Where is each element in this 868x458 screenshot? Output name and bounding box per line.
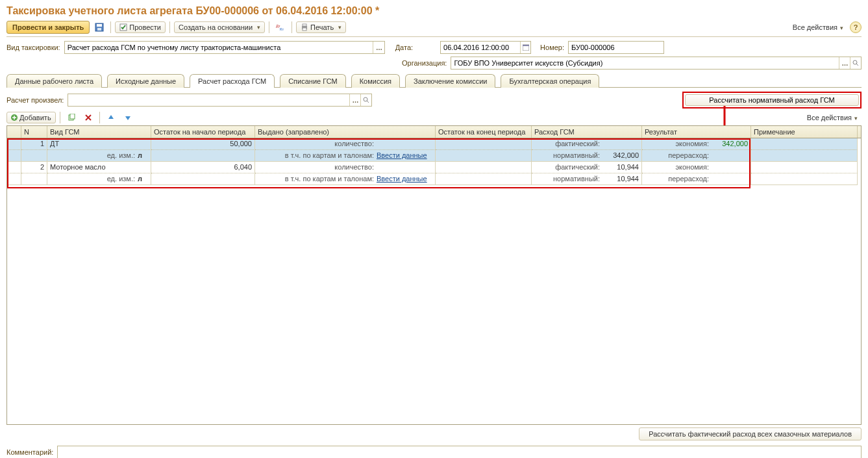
svg-line-12 xyxy=(856,64,858,66)
svg-line-14 xyxy=(367,101,369,103)
calculated-by-search-icon[interactable] xyxy=(360,94,371,106)
create-on-basis-button[interactable]: Создать на основании xyxy=(174,21,265,33)
calculated-by-label: Расчет произвел: xyxy=(6,96,64,104)
tab-gsm-calc[interactable]: Расчет расхода ГСМ xyxy=(190,74,275,88)
move-up-icon[interactable] xyxy=(104,111,118,124)
delete-icon[interactable] xyxy=(81,111,95,124)
comment-field[interactable] xyxy=(57,446,862,458)
svg-text:Кт: Кт xyxy=(280,27,284,31)
table-row[interactable]: 1 ДТ 50,000 количество: фактический: эко… xyxy=(7,138,861,162)
svg-rect-10 xyxy=(523,45,529,46)
enter-data-link[interactable]: Ввести данные xyxy=(374,175,432,183)
calendar-icon[interactable] xyxy=(520,42,530,53)
calculate-normative-button[interactable]: Рассчитать нормативный расход ГСМ xyxy=(685,94,859,106)
gsm-grid: N Вид ГСМ Остаток на начало периода Выда… xyxy=(6,125,862,425)
post-button[interactable]: Провести xyxy=(115,21,166,33)
col-type[interactable]: Вид ГСМ xyxy=(47,126,151,138)
svg-rect-2 xyxy=(97,28,101,31)
all-actions-button[interactable]: Все действия xyxy=(789,22,847,32)
printer-icon xyxy=(301,23,308,31)
grid-all-actions-button[interactable]: Все действия xyxy=(803,112,862,123)
dtkt-icon[interactable]: ДтКт xyxy=(273,21,288,34)
col-n[interactable]: N xyxy=(21,126,47,138)
tab-source-data[interactable]: Исходные данные xyxy=(107,74,184,88)
col-issued[interactable]: Выдано (заправлено) xyxy=(255,126,436,138)
org-field[interactable] xyxy=(451,57,838,69)
col-consumption[interactable]: Расход ГСМ xyxy=(532,126,642,138)
print-button[interactable]: Печать xyxy=(296,21,346,33)
svg-rect-19 xyxy=(70,114,75,119)
tab-gsm-writeoff[interactable]: Списание ГСМ xyxy=(280,74,346,88)
org-label: Организация: xyxy=(402,59,447,67)
svg-marker-20 xyxy=(108,115,114,119)
number-field[interactable] xyxy=(568,41,664,54)
taxation-type-label: Вид таксировки: xyxy=(6,44,60,51)
main-toolbar: Провести и закрыть Провести Создать на о… xyxy=(6,21,862,37)
tab-commission[interactable]: Комиссия xyxy=(351,74,400,88)
table-row[interactable]: 2 Моторное масло 6,040 количество: факти… xyxy=(7,162,861,185)
date-label: Дата: xyxy=(395,44,413,51)
tab-worksheet-data[interactable]: Данные рабочего листа xyxy=(6,74,102,88)
plus-icon xyxy=(11,114,18,121)
help-icon[interactable]: ? xyxy=(850,21,862,33)
col-start[interactable]: Остаток на начало периода xyxy=(151,126,255,138)
calculated-by-select[interactable]: … xyxy=(349,94,360,106)
calculated-by-field[interactable] xyxy=(68,94,349,106)
grid-header: N Вид ГСМ Остаток на начало периода Выда… xyxy=(7,126,861,138)
comment-label: Комментарий: xyxy=(6,448,53,456)
svg-rect-7 xyxy=(303,24,306,26)
post-icon xyxy=(119,23,127,31)
col-result[interactable]: Результат xyxy=(642,126,751,138)
col-handle xyxy=(7,126,21,138)
taxation-type-field[interactable] xyxy=(65,42,373,53)
tab-conclusion[interactable]: Заключение комиссии xyxy=(405,74,495,88)
org-search-icon[interactable] xyxy=(850,57,861,69)
add-row-button[interactable]: Добавить xyxy=(6,112,56,123)
enter-data-link[interactable]: Ввести данные xyxy=(374,151,432,160)
tab-accounting[interactable]: Бухгалтерская операция xyxy=(501,74,599,88)
save-icon[interactable] xyxy=(92,21,106,34)
number-label: Номер: xyxy=(540,44,564,51)
page-title: Таксировка учетного листа агрегата БУ00-… xyxy=(6,5,862,17)
svg-rect-1 xyxy=(97,24,102,27)
select-button[interactable]: … xyxy=(373,42,384,53)
calc-actual-lubricants-button[interactable]: Рассчитать фактический расход всех смазо… xyxy=(639,427,862,440)
post-and-close-button[interactable]: Провести и закрыть xyxy=(6,21,90,34)
col-note[interactable]: Примечание xyxy=(751,126,858,138)
tab-bar: Данные рабочего листа Исходные данные Ра… xyxy=(6,73,862,88)
move-down-icon[interactable] xyxy=(121,111,135,124)
org-select-button[interactable]: … xyxy=(839,57,850,69)
copy-icon[interactable] xyxy=(64,111,79,124)
svg-marker-21 xyxy=(125,116,130,120)
date-field[interactable] xyxy=(441,42,520,53)
col-end[interactable]: Остаток на конец периода xyxy=(436,126,532,138)
svg-rect-8 xyxy=(303,28,306,31)
